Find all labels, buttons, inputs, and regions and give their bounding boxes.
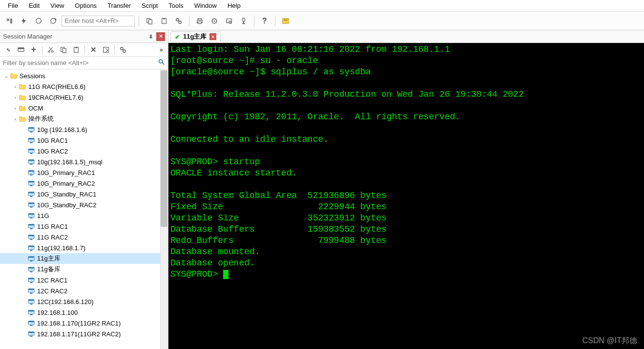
properties-icon[interactable] — [101, 44, 111, 55]
find-icon[interactable] — [172, 15, 185, 27]
watermark: CSDN @IT邦德 — [582, 336, 637, 346]
svg-rect-35 — [30, 142, 32, 143]
tree-session[interactable]: 11G RAC2 — [0, 232, 168, 242]
tree-folder[interactable]: ›19CRAC(RHEL7.6) — [0, 92, 168, 103]
tree-session[interactable]: 192.168.1.100 — [0, 307, 168, 318]
tree-session[interactable]: 10G_Primary_RAC1 — [0, 167, 168, 178]
main-area: Session Manager ✕ + ✕ » ⌄Sessio — [0, 30, 644, 349]
tree-session[interactable]: 12C RAC2 — [0, 285, 168, 296]
help-icon[interactable]: ? — [258, 15, 271, 27]
svg-rect-88 — [28, 332, 34, 333]
tree-session[interactable]: 10G RAC2 — [0, 146, 168, 156]
tree-folder[interactable]: ›操作系统 — [0, 113, 168, 124]
options-icon[interactable] — [208, 15, 221, 27]
tree-label: 11g(192.168.1.7) — [37, 244, 85, 252]
tree-session[interactable]: 192.168.1.170(11GR2 RAC1) — [0, 318, 168, 328]
tab-label: 11g主库 — [183, 32, 207, 41]
pin-icon[interactable] — [146, 32, 155, 41]
menu-window[interactable]: Window — [189, 1, 222, 10]
close-panel-icon[interactable]: ✕ — [156, 32, 165, 41]
tree-session[interactable]: 11g(192.168.1.7) — [0, 242, 168, 253]
menu-edit[interactable]: Edit — [24, 1, 44, 10]
sess-icon — [27, 136, 35, 144]
folder-icon — [10, 72, 18, 80]
sess-icon — [27, 265, 35, 273]
svg-rect-41 — [30, 164, 32, 165]
activator-icon[interactable] — [279, 15, 292, 27]
host-input[interactable] — [62, 16, 135, 26]
menu-help[interactable]: Help — [223, 1, 246, 10]
menu-options[interactable]: Options — [70, 1, 102, 10]
paste-icon[interactable] — [71, 44, 82, 55]
svg-rect-46 — [28, 181, 34, 183]
tree-label: 192.168.1.100 — [37, 309, 78, 316]
paste-icon[interactable] — [158, 15, 170, 27]
delete-icon[interactable]: ✕ — [88, 44, 99, 55]
toolbar-separator — [139, 16, 139, 26]
tree-session[interactable]: 11g备库 — [0, 264, 168, 275]
reconnect-icon[interactable] — [3, 15, 16, 27]
tree-session[interactable]: 11g主库 — [0, 253, 168, 264]
terminal[interactable]: Last login: Sun Jan 16 08:21:16 2022 fro… — [168, 43, 644, 349]
link-icon[interactable] — [3, 44, 14, 55]
tree-session[interactable]: 11G — [0, 210, 168, 221]
tree-folder[interactable]: ›OCM — [0, 103, 168, 113]
cut-icon[interactable] — [45, 44, 56, 55]
tab-close-icon[interactable]: ✕ — [209, 33, 216, 40]
tree-label: 10g(192.168.1.5)_msql — [37, 158, 103, 166]
tree-session[interactable]: 10g (192.168.1.6) — [0, 124, 168, 135]
svg-rect-58 — [28, 224, 34, 226]
tree-session[interactable]: 12C RAC1 — [0, 275, 168, 285]
panel-title: Session Manager — [3, 33, 52, 40]
sess-icon — [27, 319, 35, 327]
menu-tools[interactable]: Tools — [164, 1, 188, 10]
more-icon[interactable]: » — [158, 46, 165, 53]
tree-session[interactable]: 10G_Standby_RAC1 — [0, 189, 168, 199]
tree-root[interactable]: ⌄Sessions — [0, 70, 168, 81]
search-icon[interactable] — [158, 59, 165, 67]
filter-input[interactable] — [3, 58, 158, 68]
print-icon[interactable] — [193, 15, 206, 27]
tree-folder[interactable]: ›11G RAC(RHEL6.6) — [0, 81, 168, 92]
menu-file[interactable]: File — [3, 1, 23, 10]
menubar: FileEditViewOptionsTransferScriptToolsWi… — [0, 0, 644, 12]
toolbar-separator — [275, 16, 275, 26]
tree-session[interactable]: 10G_Standby_RAC2 — [0, 199, 168, 210]
find-session-icon[interactable] — [118, 44, 128, 55]
tree-session[interactable]: 10g(192.168.1.5)_msql — [0, 156, 168, 167]
tab-active[interactable]: ✔ 11g主库 ✕ — [170, 31, 221, 42]
reconnect-all-icon[interactable] — [32, 15, 45, 27]
sess-icon — [27, 147, 35, 155]
disconnect-icon[interactable] — [47, 15, 60, 27]
svg-rect-89 — [30, 336, 32, 337]
svg-rect-38 — [30, 153, 32, 154]
svg-point-29 — [159, 60, 163, 63]
sess-icon — [27, 158, 35, 166]
scrollbar-thumb[interactable] — [161, 70, 167, 227]
tree-session[interactable]: 12C(192.168.6.120) — [0, 296, 168, 307]
tree-session[interactable]: 10G RAC1 — [0, 135, 168, 146]
copy-icon[interactable] — [58, 44, 69, 55]
sess-icon — [27, 308, 35, 316]
new-folder-icon[interactable]: + — [28, 44, 39, 55]
tree-session[interactable]: 192.168.1.171(11GR2 RAC2) — [0, 328, 168, 339]
quick-connect-icon[interactable] — [18, 15, 30, 27]
svg-rect-19 — [18, 47, 24, 49]
menu-view[interactable]: View — [45, 1, 69, 10]
svg-rect-59 — [30, 228, 32, 229]
toolbar-separator — [42, 45, 42, 54]
copy-icon[interactable] — [143, 15, 156, 27]
keymap-icon[interactable] — [237, 15, 250, 27]
svg-rect-55 — [28, 214, 34, 215]
tree-session[interactable]: 10G_Primary_RAC2 — [0, 178, 168, 189]
new-session-icon[interactable] — [16, 44, 26, 55]
tree-session[interactable]: 11G RAC1 — [0, 221, 168, 232]
sess-icon — [27, 298, 35, 305]
menu-script[interactable]: Script — [137, 1, 163, 10]
svg-rect-34 — [28, 138, 34, 140]
session-options-icon[interactable] — [223, 15, 235, 27]
tree-label: 11g备库 — [37, 265, 61, 274]
menu-transfer[interactable]: Transfer — [103, 1, 136, 10]
tree-label: 10G_Standby_RAC2 — [37, 201, 96, 209]
scrollbar-track[interactable] — [160, 69, 168, 349]
